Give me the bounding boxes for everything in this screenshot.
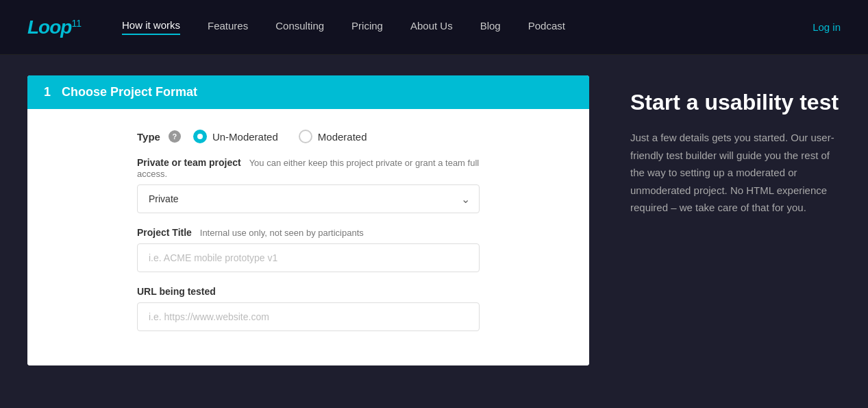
nav-features[interactable]: Features bbox=[208, 20, 248, 34]
url-label: URL being tested bbox=[137, 286, 480, 297]
section-number: 1 bbox=[44, 85, 51, 99]
main-content: 1 Choose Project Format Type ? Un-Modera… bbox=[0, 55, 868, 408]
radio-label-unmoderated: Un-Moderated bbox=[212, 131, 278, 143]
url-input[interactable] bbox=[137, 302, 480, 331]
radio-label-moderated: Moderated bbox=[318, 131, 367, 143]
section-card: 1 Choose Project Format Type ? Un-Modera… bbox=[27, 75, 589, 365]
type-label: Type bbox=[137, 131, 160, 143]
left-panel: 1 Choose Project Format Type ? Un-Modera… bbox=[27, 75, 589, 387]
nav-blog[interactable]: Blog bbox=[480, 20, 501, 34]
radio-group: Un-Moderated Moderated bbox=[193, 130, 367, 143]
right-panel: Start a usability test Just a few detail… bbox=[630, 75, 841, 387]
nav-about-us[interactable]: About Us bbox=[410, 20, 453, 34]
nav-pricing[interactable]: Pricing bbox=[351, 20, 383, 34]
logo-sup: 11 bbox=[71, 17, 81, 28]
radio-moderated[interactable]: Moderated bbox=[299, 130, 367, 143]
logo[interactable]: Loop11 bbox=[27, 16, 81, 38]
promo-text: Just a few details gets you started. Our… bbox=[630, 129, 841, 217]
nav-links: How it works Features Consulting Pricing… bbox=[122, 19, 813, 35]
section-title: Choose Project Format bbox=[62, 85, 197, 99]
nav-consulting[interactable]: Consulting bbox=[275, 20, 324, 34]
radio-circle-moderated bbox=[299, 130, 312, 143]
section-body: Type ? Un-Moderated Moderated bbox=[27, 109, 589, 365]
project-title-sublabel: Internal use only, not seen by participa… bbox=[200, 228, 364, 238]
promo-title: Start a usability test bbox=[630, 89, 841, 115]
nav-how-it-works[interactable]: How it works bbox=[122, 19, 180, 35]
login-link[interactable]: Log in bbox=[813, 21, 841, 33]
private-team-section: Private or team project You can either k… bbox=[137, 157, 480, 213]
radio-circle-unmoderated bbox=[193, 130, 207, 143]
project-title-section: Project Title Internal use only, not see… bbox=[137, 227, 480, 272]
url-section: URL being tested bbox=[137, 286, 480, 331]
private-label: Private or team project You can either k… bbox=[137, 157, 480, 179]
logo-text: Loop11 bbox=[27, 16, 81, 38]
project-title-input[interactable] bbox=[137, 243, 480, 272]
private-select[interactable]: Private Team bbox=[137, 184, 480, 213]
project-title-label: Project Title Internal use only, not see… bbox=[137, 227, 480, 238]
section-header: 1 Choose Project Format bbox=[27, 75, 589, 109]
nav-podcast[interactable]: Podcast bbox=[528, 20, 565, 34]
private-select-wrapper: Private Team ⌄ bbox=[137, 184, 480, 213]
radio-unmoderated[interactable]: Un-Moderated bbox=[193, 130, 278, 143]
help-icon[interactable]: ? bbox=[169, 130, 181, 143]
navbar: Loop11 How it works Features Consulting … bbox=[0, 0, 868, 55]
type-row: Type ? Un-Moderated Moderated bbox=[137, 130, 480, 143]
